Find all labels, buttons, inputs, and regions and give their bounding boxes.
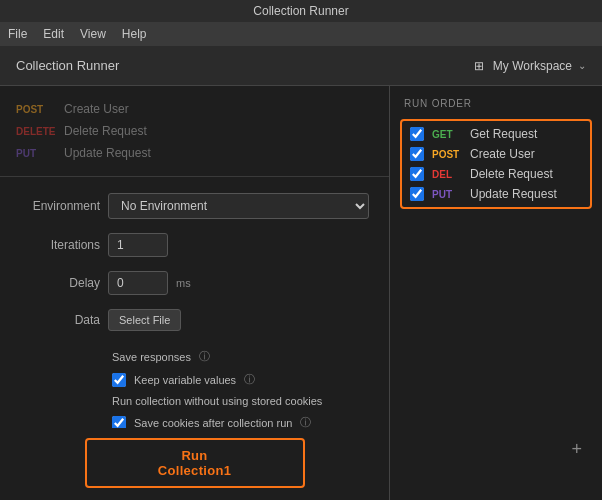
menu-item-help[interactable]: Help: [122, 27, 147, 41]
workspace-icon: ⊞: [471, 58, 487, 74]
run-order-checkbox-post[interactable]: [410, 147, 424, 161]
run-order-item-del: DEL Delete Request: [410, 167, 582, 181]
menu-item-edit[interactable]: Edit: [43, 27, 64, 41]
run-method-post: POST: [432, 149, 462, 160]
run-without-cookies-label: Run collection without using stored cook…: [112, 395, 322, 407]
iterations-label: Iterations: [20, 238, 100, 252]
save-cookies-row: Save cookies after collection run ⓘ: [20, 411, 369, 428]
method-badge-delete: DELETE: [16, 126, 56, 137]
save-cookies-checkbox[interactable]: [112, 416, 126, 429]
data-row: Data Select File: [20, 309, 369, 331]
request-name-update: Update Request: [64, 146, 151, 160]
keep-variable-row: Keep variable values ⓘ: [20, 368, 369, 391]
list-item: DELETE Delete Request: [16, 120, 373, 142]
iterations-input[interactable]: [108, 233, 168, 257]
run-order-item-put: PUT Update Request: [410, 187, 582, 201]
right-panel: RUN ORDER GET Get Request POST Create Us…: [390, 86, 602, 500]
run-order-box: GET Get Request POST Create User DEL Del…: [400, 119, 592, 209]
run-order-label: RUN ORDER: [400, 98, 592, 109]
run-request-name-del: Delete Request: [470, 167, 553, 181]
run-collection-button[interactable]: Run Collection1: [85, 438, 305, 488]
run-request-name-get: Get Request: [470, 127, 537, 141]
menu-item-view[interactable]: View: [80, 27, 106, 41]
workspace-selector[interactable]: ⊞ My Workspace ⌄: [471, 58, 586, 74]
run-method-get: GET: [432, 129, 462, 140]
run-order-item-post: POST Create User: [410, 147, 582, 161]
request-name-create-user: Create User: [64, 102, 129, 116]
run-order-item-get: GET Get Request: [410, 127, 582, 141]
data-label: Data: [20, 313, 100, 327]
select-file-button[interactable]: Select File: [108, 309, 181, 331]
run-order-checkbox-put[interactable]: [410, 187, 424, 201]
run-button-area: Run Collection1: [0, 428, 389, 500]
environment-control: No Environment Development Staging Produ…: [108, 193, 369, 219]
run-method-del: DEL: [432, 169, 462, 180]
request-list: POST Create User DELETE Delete Request P…: [0, 86, 389, 172]
delay-label: Delay: [20, 276, 100, 290]
menu-bar: File Edit View Help: [0, 22, 602, 46]
request-name-delete: Delete Request: [64, 124, 147, 138]
method-badge-post: POST: [16, 104, 56, 115]
main-layout: POST Create User DELETE Delete Request P…: [0, 86, 602, 500]
delay-row: Delay ms: [20, 271, 369, 295]
keep-variable-label: Keep variable values: [134, 374, 236, 386]
run-request-name-put: Update Request: [470, 187, 557, 201]
save-responses-label: Save responses: [112, 351, 191, 363]
iterations-row: Iterations: [20, 233, 369, 257]
form-area: Environment No Environment Development S…: [0, 181, 389, 428]
run-order-checkbox-get[interactable]: [410, 127, 424, 141]
title-bar-text: Collection Runner: [253, 4, 348, 18]
workspace-name: My Workspace: [493, 59, 572, 73]
run-order-checkbox-del[interactable]: [410, 167, 424, 181]
divider: [0, 176, 389, 177]
run-without-cookies-row: Run collection without using stored cook…: [20, 391, 369, 411]
keep-variable-info-icon[interactable]: ⓘ: [244, 372, 255, 387]
run-request-name-post: Create User: [470, 147, 535, 161]
run-method-put: PUT: [432, 189, 462, 200]
save-cookies-label: Save cookies after collection run: [134, 417, 292, 429]
app-bar: Collection Runner ⊞ My Workspace ⌄: [0, 46, 602, 86]
menu-item-file[interactable]: File: [8, 27, 27, 41]
save-responses-info-icon[interactable]: ⓘ: [199, 349, 210, 364]
plus-icon[interactable]: +: [571, 439, 582, 460]
ms-label: ms: [176, 277, 191, 289]
method-badge-put: PUT: [16, 148, 56, 159]
left-panel: POST Create User DELETE Delete Request P…: [0, 86, 390, 500]
chevron-down-icon: ⌄: [578, 60, 586, 71]
title-bar: Collection Runner: [0, 0, 602, 22]
save-cookies-info-icon[interactable]: ⓘ: [300, 415, 311, 428]
environment-label: Environment: [20, 199, 100, 213]
keep-variable-checkbox[interactable]: [112, 373, 126, 387]
list-item: POST Create User: [16, 98, 373, 120]
save-responses-row: Save responses ⓘ: [20, 345, 369, 368]
environment-select[interactable]: No Environment Development Staging Produ…: [108, 193, 369, 219]
app-name: Collection Runner: [16, 58, 119, 73]
environment-row: Environment No Environment Development S…: [20, 193, 369, 219]
delay-input[interactable]: [108, 271, 168, 295]
list-item: PUT Update Request: [16, 142, 373, 164]
